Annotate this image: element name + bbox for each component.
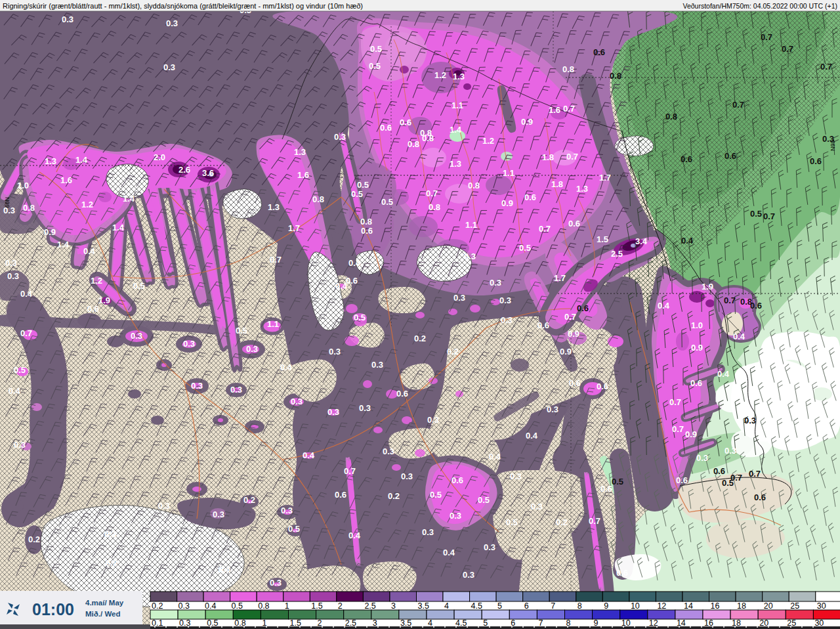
svg-text:14: 14 [684,601,693,611]
svg-text:1.6: 1.6 [60,175,72,185]
svg-text:0.3: 0.3 [499,295,511,305]
svg-text:1: 1 [262,618,266,628]
svg-text:0.6: 0.6 [335,490,346,500]
svg-text:0.2: 0.2 [447,347,459,357]
svg-text:0.6: 0.6 [754,492,766,502]
svg-text:0.5: 0.5 [232,601,243,611]
svg-text:0.6: 0.6 [593,47,605,57]
svg-text:1.8: 1.8 [551,179,563,189]
svg-text:0.4: 0.4 [348,258,361,268]
svg-text:0.4: 0.4 [280,362,293,372]
svg-text:2: 2 [318,618,322,628]
svg-text:0.7: 0.7 [589,516,600,526]
svg-text:0.3: 0.3 [166,18,178,28]
svg-text:0.4: 0.4 [526,431,538,441]
svg-text:0.6: 0.6 [452,475,463,485]
svg-text:1.6: 1.6 [297,170,309,180]
svg-text:0.8: 0.8 [740,297,752,307]
svg-text:0.5: 0.5 [370,44,382,54]
svg-text:0.5: 0.5 [133,281,145,291]
svg-text:0.3: 0.3 [106,558,117,568]
svg-text:0.2: 0.2 [152,601,163,611]
svg-text:0.3: 0.3 [246,344,258,354]
svg-text:0.5: 0.5 [478,495,490,505]
svg-text:0.3: 0.3 [270,578,282,588]
svg-text:0.5: 0.5 [612,477,623,487]
svg-text:1.1: 1.1 [267,319,279,329]
svg-text:0.6: 0.6 [569,378,581,388]
svg-text:0.7: 0.7 [820,62,832,72]
svg-text:0.3: 0.3 [464,251,476,261]
svg-text:18: 18 [737,601,746,611]
svg-text:1.5: 1.5 [311,601,322,611]
svg-text:3.5: 3.5 [400,618,411,628]
svg-text:0.3: 0.3 [724,446,736,456]
svg-text:0.9: 0.9 [685,429,697,439]
svg-text:0.5: 0.5 [430,490,442,500]
svg-text:1.3: 1.3 [453,72,465,81]
svg-text:2.0: 2.0 [154,152,165,162]
svg-text:0.6: 0.6 [676,475,688,485]
svg-text:1.7: 1.7 [554,273,566,283]
svg-text:0.3: 0.3 [213,510,224,519]
svg-text:1.9: 1.9 [98,295,110,305]
svg-text:0.3: 0.3 [531,502,543,511]
svg-text:0.6: 0.6 [810,156,822,166]
svg-text:1.3: 1.3 [294,147,306,157]
svg-text:0.2: 0.2 [243,495,255,505]
svg-text:0.6: 0.6 [600,484,612,494]
svg-text:30: 30 [817,601,826,611]
svg-text:0.5: 0.5 [207,618,218,628]
svg-text:16: 16 [704,618,713,628]
svg-text:01:00: 01:00 [32,600,74,618]
svg-text:0.8: 0.8 [408,139,419,149]
svg-text:0.3: 0.3 [163,62,175,72]
svg-text:2.5: 2.5 [364,601,375,611]
svg-text:0.2: 0.2 [414,334,426,343]
svg-text:7: 7 [538,618,543,628]
svg-text:0.8: 0.8 [234,618,245,628]
svg-text:4: 4 [444,601,449,611]
svg-text:1.4: 1.4 [57,240,70,249]
svg-text:0.7: 0.7 [669,397,681,407]
svg-text:1.5: 1.5 [597,234,608,244]
svg-text:0.6: 0.6 [724,151,736,161]
svg-text:1.2: 1.2 [81,200,93,209]
svg-text:25: 25 [787,618,796,628]
svg-text:0.7: 0.7 [344,466,356,476]
svg-text:0.5: 0.5 [354,313,366,322]
svg-text:0.3: 0.3 [383,446,394,456]
svg-text:0.3: 0.3 [183,339,195,349]
svg-text:25: 25 [790,601,799,611]
svg-text:0.3: 0.3 [359,403,371,413]
svg-text:0.5: 0.5 [506,517,518,527]
svg-text:9: 9 [594,618,598,628]
svg-text:0.7: 0.7 [782,44,793,54]
svg-text:0.6: 0.6 [537,320,549,330]
svg-text:0.7: 0.7 [724,295,736,305]
svg-text:0.5: 0.5 [750,209,762,219]
svg-text:0.3: 0.3 [744,416,756,425]
svg-text:0.3: 0.3 [14,440,26,450]
svg-text:0.6: 0.6 [380,123,392,133]
svg-text:0.3: 0.3 [371,360,383,370]
svg-text:0.6: 0.6 [87,304,99,314]
svg-text:1.1: 1.1 [503,168,514,178]
svg-text:0.3: 0.3 [62,14,74,24]
svg-text:0.9: 0.9 [560,347,572,357]
svg-text:1.2: 1.2 [434,70,446,80]
svg-text:3.5: 3.5 [418,601,429,611]
svg-text:0.1: 0.1 [152,618,163,628]
svg-text:1.2: 1.2 [91,276,102,286]
svg-text:0.7: 0.7 [426,188,438,198]
svg-text:1.3: 1.3 [45,156,56,166]
svg-text:1.5: 1.5 [290,618,301,628]
svg-text:0.3: 0.3 [490,278,501,288]
svg-text:10: 10 [631,601,640,611]
svg-text:0.5: 0.5 [351,189,363,199]
svg-text:0.9: 0.9 [691,343,703,353]
svg-text:0.3: 0.3 [334,132,346,142]
svg-text:0.4: 0.4 [489,452,501,462]
svg-text:Rigning/skúrir (grænt/blátt/ra: Rigning/skúrir (grænt/blátt/rautt - mm/1… [3,2,363,10]
svg-text:3.6: 3.6 [202,168,214,178]
